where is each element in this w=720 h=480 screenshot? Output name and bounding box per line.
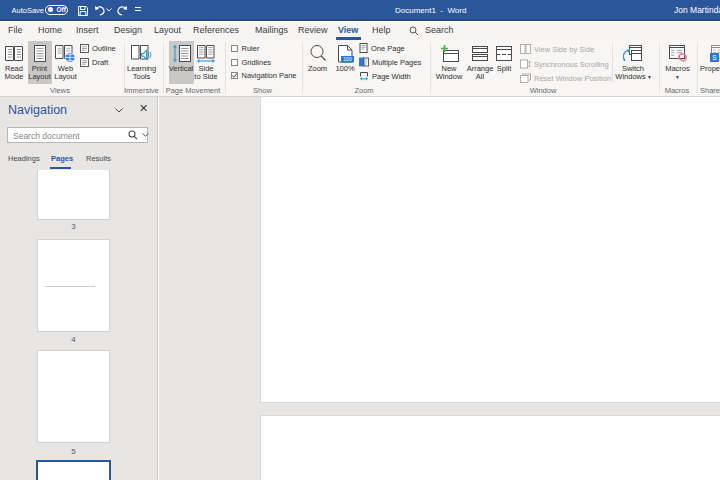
svg-text:S: S xyxy=(712,54,717,61)
svg-text:100: 100 xyxy=(343,56,352,62)
